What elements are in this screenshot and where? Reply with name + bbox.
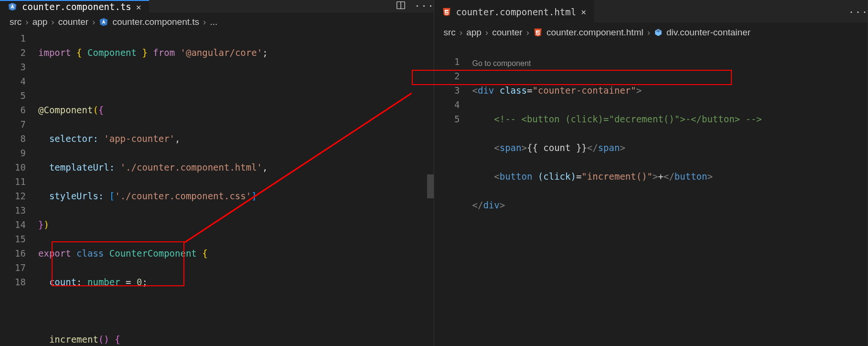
more-actions-icon[interactable]: ···	[415, 0, 425, 11]
chevron-right-icon: ›	[203, 17, 206, 27]
editor-pane-right: counter.component.html ✕ ··· src › app ›…	[434, 0, 868, 346]
code-content[interactable]: import { Component } from '@angular/core…	[38, 31, 434, 346]
line-gutter: 1 2 3 4 5 6 7 8 9 10 11 12 13 14 15 16 1…	[0, 31, 38, 346]
breadcrumb-item[interactable]: ...	[210, 17, 217, 27]
breadcrumb-item[interactable]: counter.component.html	[547, 27, 643, 38]
angular-icon	[99, 17, 108, 27]
breadcrumbs[interactable]: src › app › counter › counter.component.…	[434, 23, 868, 42]
breadcrumb-item[interactable]: app	[32, 17, 48, 27]
chevron-right-icon: ›	[460, 27, 462, 38]
chevron-right-icon: ›	[25, 17, 28, 27]
code-editor[interactable]: 1 2 3 4 5 6 7 8 9 10 11 12 13 14 15 16 1…	[0, 31, 434, 346]
line-gutter: 1 2 3 4 5	[434, 42, 472, 346]
split-editor-icon[interactable]	[396, 0, 406, 12]
chevron-right-icon: ›	[647, 27, 650, 38]
tab-label: counter.component.html	[456, 7, 577, 17]
code-editor[interactable]: 1 2 3 4 5 Go to component <div class="co…	[434, 42, 868, 346]
breadcrumbs[interactable]: src › app › counter › counter.component.…	[0, 13, 434, 31]
more-actions-icon[interactable]: ···	[848, 6, 859, 17]
close-icon[interactable]: ✕	[136, 2, 141, 12]
html-icon	[442, 7, 451, 17]
breadcrumb-item[interactable]: counter.component.ts	[112, 17, 199, 27]
tab-label: counter.component.ts	[22, 1, 131, 12]
chevron-right-icon: ›	[92, 17, 95, 27]
breadcrumb-item[interactable]: src	[444, 27, 456, 38]
breadcrumb-item[interactable]: counter	[58, 17, 88, 27]
chevron-right-icon: ›	[526, 27, 529, 38]
code-content[interactable]: Go to component <div class="counter-cont…	[472, 42, 868, 346]
breadcrumb-item[interactable]: src	[10, 17, 21, 27]
breadcrumb-item[interactable]: div.counter-container	[666, 27, 750, 38]
tab-bar: counter.component.ts ✕ ···	[0, 0, 434, 13]
tab-counter-ts[interactable]: counter.component.ts ✕	[0, 0, 149, 12]
editor-pane-left: counter.component.ts ✕ ··· src › app › c…	[0, 0, 434, 346]
html-icon	[533, 28, 543, 37]
codelens-link[interactable]: Go to component	[472, 56, 868, 69]
tab-bar: counter.component.html ✕ ···	[434, 0, 868, 23]
close-icon[interactable]: ✕	[581, 7, 586, 17]
angular-icon	[8, 2, 17, 11]
chevron-right-icon: ›	[51, 17, 54, 27]
breadcrumb-item[interactable]: counter	[492, 27, 522, 38]
tab-counter-html[interactable]: counter.component.html ✕	[434, 0, 594, 22]
tab-actions: ···	[848, 6, 868, 17]
cube-icon	[654, 28, 663, 37]
chevron-right-icon: ›	[485, 27, 488, 38]
tab-actions: ···	[396, 0, 434, 12]
scrollbar-thumb[interactable]	[427, 174, 434, 198]
breadcrumb-item[interactable]: app	[466, 27, 482, 38]
